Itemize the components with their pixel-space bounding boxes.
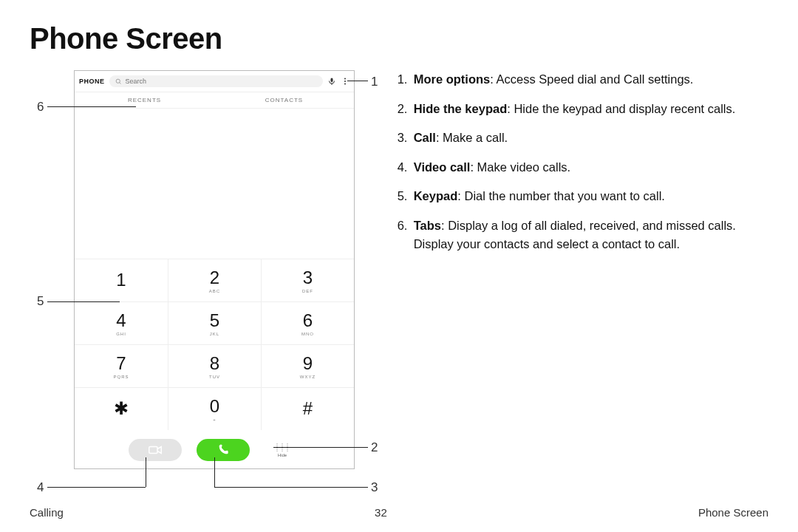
callout-line [214,487,368,488]
callout-5: 5 [37,294,44,309]
phone-mock: PHONE Search RECENTS CONTACTS [74,70,355,469]
search-input[interactable]: Search [109,75,323,87]
key-7[interactable]: 7PQRS [75,344,168,387]
svg-point-4 [344,78,346,80]
page-title: Phone Screen [30,22,768,55]
svg-point-6 [344,83,346,85]
tab-contacts[interactable]: CONTACTS [214,92,354,108]
key-0[interactable]: 0+ [168,387,261,430]
legend-item-1: 1.More options: Access Speed dial and Ca… [398,70,768,89]
search-icon [115,78,122,85]
phone-icon [217,444,229,456]
legend-item-6: 6.Tabs: Display a log of all dialed, rec… [398,216,768,254]
svg-rect-7 [149,447,157,454]
legend-item-3: 3.Call: Make a call. [398,129,768,148]
callout-1: 1 [371,75,378,89]
hide-keypad-button[interactable]: ⋮⋮⋮⋮⋮⋮ Hide [265,443,300,457]
video-icon [148,446,163,454]
diagram-area: PHONE Search RECENTS CONTACTS [30,70,372,265]
footer-left: Calling [30,506,64,519]
key-6[interactable]: 6MNO [261,301,354,344]
call-button[interactable] [197,439,250,461]
keypad: 1 2ABC 3DEF 4GHI 5JKL 6MNO 7PQRS 8TUV 9W… [75,259,354,430]
key-star[interactable]: ✱ [75,387,168,430]
key-3[interactable]: 3DEF [261,259,354,301]
callout-line [47,106,136,107]
svg-rect-2 [331,78,333,83]
key-1[interactable]: 1 [75,259,168,301]
tab-recents[interactable]: RECENTS [75,92,214,108]
more-options-icon[interactable] [341,77,349,86]
callout-line [273,447,368,448]
mic-icon[interactable] [327,77,336,86]
svg-point-5 [344,81,346,82]
key-4[interactable]: 4GHI [75,301,168,344]
svg-line-1 [119,82,120,83]
key-8[interactable]: 8TUV [168,344,261,387]
search-placeholder: Search [126,78,147,85]
key-9[interactable]: 9WXYZ [261,344,354,387]
callout-2: 2 [371,440,378,455]
callout-line [146,457,146,487]
svg-point-0 [116,79,120,83]
callout-3: 3 [371,480,378,495]
callout-line [47,301,120,302]
legend-item-2: 2.Hide the keypad: Hide the keypad and d… [398,100,768,119]
callout-line [47,487,146,488]
legend-item-5: 5.Keypad: Dial the number that you want … [398,187,768,206]
legend-list: 1.More options: Access Speed dial and Ca… [398,70,768,265]
legend-item-4: 4.Video call: Make video calls. [398,158,768,177]
app-label: PHONE [79,78,105,85]
key-5[interactable]: 5JKL [168,301,261,344]
video-call-button[interactable] [129,439,182,461]
callout-4: 4 [37,480,44,495]
page-footer: Calling 32 Phone Screen [30,506,768,519]
key-hash[interactable]: # [261,387,354,430]
footer-right: Phone Screen [698,506,768,519]
callout-line [347,81,368,81]
callout-line [214,457,215,487]
key-2[interactable]: 2ABC [168,259,261,301]
footer-page: 32 [375,506,387,519]
callout-6: 6 [37,100,44,115]
